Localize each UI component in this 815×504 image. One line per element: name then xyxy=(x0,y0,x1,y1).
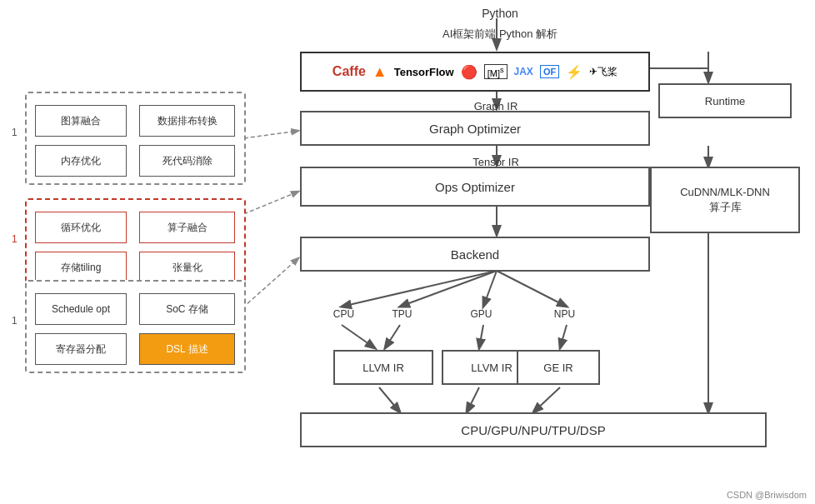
inner-box-mem-opt: 内存优化 xyxy=(35,145,127,177)
svg-line-22 xyxy=(238,258,298,312)
inner-box-dsl: DSL 描述 xyxy=(139,333,235,365)
svg-line-7 xyxy=(497,271,567,307)
runtime-box: Runtime xyxy=(658,83,792,118)
npu-node: NPU xyxy=(546,308,583,320)
inner-box-reg-alloc: 寄存器分配 xyxy=(35,333,127,365)
python-label: Python xyxy=(450,7,550,20)
feijia-logo: ✈飞桨 xyxy=(589,65,618,79)
frameworks-bar: Caffe ▲ TensorFlow 🔴 [M]s JAX OF ⚡ ✈飞桨 xyxy=(300,52,650,92)
svg-line-12 xyxy=(379,387,400,412)
inner-box-quantize: 张量化 xyxy=(139,252,235,283)
svg-line-13 xyxy=(467,387,479,412)
pytorch-icon: 🔴 xyxy=(461,64,478,80)
inner-box-graph-fusion: 图算融合 xyxy=(35,105,127,137)
caffe-logo: Caffe xyxy=(332,64,366,79)
inner-box-data-layout: 数据排布转换 xyxy=(139,105,235,137)
graph-optimizer-box: Graph Optimizer xyxy=(300,111,650,146)
ops-optimizer-box: Ops Optimizer xyxy=(300,167,650,207)
inner-box-loop-opt: 循环优化 xyxy=(35,212,127,243)
diagram: Python AI框架前端 Python 解析 Caffe ▲ TensorFl… xyxy=(0,0,815,504)
svg-line-11 xyxy=(560,325,567,348)
tpu-node: TPU xyxy=(383,308,421,320)
gpu-node: GPU xyxy=(462,308,500,320)
left-group-3: 1 Schedule opt SoC 存储 寄存器分配 DSL 描述 xyxy=(25,280,246,373)
inner-box-schedule-opt: Schedule opt xyxy=(35,293,127,325)
inner-box-op-fusion: 算子融合 xyxy=(139,212,235,243)
oneflow-logo: OF xyxy=(540,65,559,78)
svg-line-21 xyxy=(238,192,298,217)
paddle-icon: ⚡ xyxy=(566,64,582,80)
left-group-2: 1 循环优化 算子融合 存储tiling 张量化 xyxy=(25,198,246,292)
watermark: CSDN @Briwisdom xyxy=(727,490,807,500)
ge-ir-box: GE IR xyxy=(517,350,600,385)
svg-line-10 xyxy=(479,325,483,348)
svg-line-9 xyxy=(385,325,400,348)
tf-icon: ▲ xyxy=(372,63,388,81)
left-group-1: 1 图算融合 数据排布转换 内存优化 死代码消除 xyxy=(25,92,246,185)
svg-line-8 xyxy=(342,325,375,348)
mxnet-logo: [M]s xyxy=(484,64,508,80)
cpu-node: CPU xyxy=(325,308,362,320)
svg-line-20 xyxy=(238,131,298,139)
bottom-bar: CPU/GPU/NPU/TPU/DSP xyxy=(300,412,767,447)
inner-box-dead-code: 死代码消除 xyxy=(139,145,235,177)
svg-line-4 xyxy=(342,271,497,307)
group1-label: 1 xyxy=(12,127,18,138)
inner-box-soc-storage: SoC 存储 xyxy=(139,293,235,325)
llvm-ir-1-box: LLVM IR xyxy=(333,350,433,385)
svg-line-6 xyxy=(483,271,497,307)
group3-label: 1 xyxy=(12,315,18,327)
inner-box-mem-tiling: 存储tiling xyxy=(35,252,127,283)
subtitle-label: AI框架前端 Python 解析 xyxy=(383,27,617,42)
svg-line-14 xyxy=(533,387,560,412)
jax-logo: JAX xyxy=(514,66,533,77)
backend-box: Backend xyxy=(300,237,650,272)
group2-label: 1 xyxy=(12,233,18,245)
tensorflow-logo: TensorFlow xyxy=(394,66,454,78)
cudnn-box: CuDNN/MLK-DNN算子库 xyxy=(650,167,800,233)
svg-line-5 xyxy=(400,271,497,307)
